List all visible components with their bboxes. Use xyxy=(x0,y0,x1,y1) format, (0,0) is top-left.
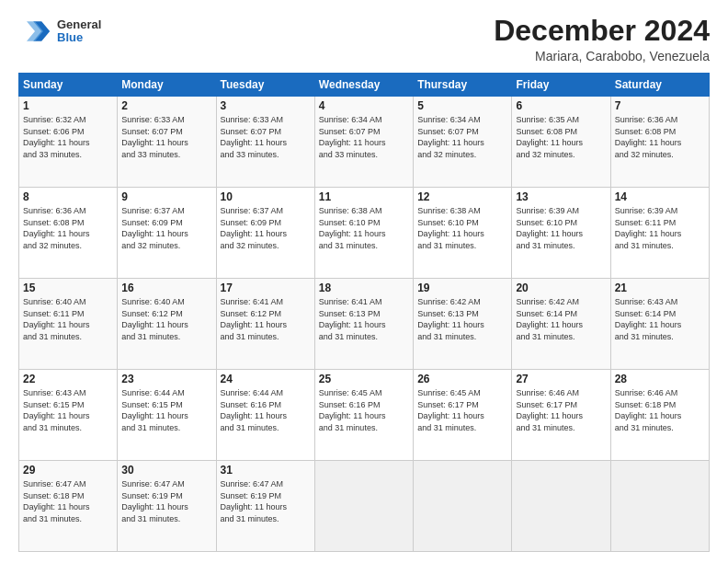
day-cell: 28Sunrise: 6:46 AM Sunset: 6:18 PM Dayli… xyxy=(610,370,709,461)
logo-blue: Blue xyxy=(57,31,101,44)
day-number: 25 xyxy=(319,373,409,385)
day-number: 22 xyxy=(23,373,113,385)
logo-icon xyxy=(18,15,51,48)
col-header-friday: Friday xyxy=(512,74,610,97)
day-info: Sunrise: 6:43 AM Sunset: 6:15 PM Dayligh… xyxy=(23,387,113,433)
day-number: 15 xyxy=(23,282,113,294)
day-cell: 24Sunrise: 6:44 AM Sunset: 6:16 PM Dayli… xyxy=(216,370,314,461)
day-number: 28 xyxy=(615,373,705,385)
week-row-1: 1Sunrise: 6:32 AM Sunset: 6:06 PM Daylig… xyxy=(19,97,710,188)
col-header-monday: Monday xyxy=(118,74,216,97)
day-number: 3 xyxy=(221,99,311,112)
day-info: Sunrise: 6:39 AM Sunset: 6:10 PM Dayligh… xyxy=(516,205,606,251)
day-cell: 27Sunrise: 6:46 AM Sunset: 6:17 PM Dayli… xyxy=(512,370,610,461)
day-number: 13 xyxy=(516,190,606,203)
day-number: 31 xyxy=(221,464,311,477)
day-info: Sunrise: 6:43 AM Sunset: 6:14 PM Dayligh… xyxy=(615,296,705,342)
day-cell: 30Sunrise: 6:47 AM Sunset: 6:19 PM Dayli… xyxy=(118,461,216,552)
day-info: Sunrise: 6:45 AM Sunset: 6:16 PM Dayligh… xyxy=(319,387,409,433)
day-cell: 25Sunrise: 6:45 AM Sunset: 6:16 PM Dayli… xyxy=(314,370,413,461)
day-number: 23 xyxy=(121,373,211,385)
day-number: 17 xyxy=(221,282,311,294)
day-info: Sunrise: 6:36 AM Sunset: 6:08 PM Dayligh… xyxy=(615,114,705,160)
day-info: Sunrise: 6:47 AM Sunset: 6:19 PM Dayligh… xyxy=(221,478,311,524)
day-number: 1 xyxy=(23,99,113,112)
day-number: 30 xyxy=(121,464,211,477)
day-number: 11 xyxy=(319,190,409,203)
day-number: 26 xyxy=(417,373,507,385)
day-number: 16 xyxy=(121,282,211,294)
day-cell: 19Sunrise: 6:42 AM Sunset: 6:13 PM Dayli… xyxy=(414,279,512,370)
calendar-header: SundayMondayTuesdayWednesdayThursdayFrid… xyxy=(19,74,710,97)
day-info: Sunrise: 6:34 AM Sunset: 6:07 PM Dayligh… xyxy=(417,114,507,160)
col-header-wednesday: Wednesday xyxy=(314,74,413,97)
col-header-saturday: Saturday xyxy=(610,74,709,97)
day-number: 24 xyxy=(221,373,311,385)
day-number: 12 xyxy=(417,190,507,203)
month-title: December 2024 xyxy=(494,15,710,47)
day-info: Sunrise: 6:46 AM Sunset: 6:17 PM Dayligh… xyxy=(516,387,606,433)
day-cell xyxy=(610,461,709,552)
day-info: Sunrise: 6:41 AM Sunset: 6:12 PM Dayligh… xyxy=(221,296,311,342)
calendar-body: 1Sunrise: 6:32 AM Sunset: 6:06 PM Daylig… xyxy=(19,97,710,552)
day-info: Sunrise: 6:34 AM Sunset: 6:07 PM Dayligh… xyxy=(319,114,409,160)
day-number: 19 xyxy=(417,282,507,294)
day-info: Sunrise: 6:35 AM Sunset: 6:08 PM Dayligh… xyxy=(516,114,606,160)
day-cell: 18Sunrise: 6:41 AM Sunset: 6:13 PM Dayli… xyxy=(314,279,413,370)
day-number: 7 xyxy=(615,99,705,112)
day-number: 29 xyxy=(23,464,113,477)
day-cell xyxy=(314,461,413,552)
day-cell: 29Sunrise: 6:47 AM Sunset: 6:18 PM Dayli… xyxy=(19,461,118,552)
day-cell: 6Sunrise: 6:35 AM Sunset: 6:08 PM Daylig… xyxy=(512,97,610,188)
week-row-3: 15Sunrise: 6:40 AM Sunset: 6:11 PM Dayli… xyxy=(19,279,710,370)
day-cell: 13Sunrise: 6:39 AM Sunset: 6:10 PM Dayli… xyxy=(512,188,610,279)
day-info: Sunrise: 6:37 AM Sunset: 6:09 PM Dayligh… xyxy=(121,205,211,251)
day-cell: 1Sunrise: 6:32 AM Sunset: 6:06 PM Daylig… xyxy=(19,97,118,188)
col-header-sunday: Sunday xyxy=(19,74,118,97)
day-info: Sunrise: 6:36 AM Sunset: 6:08 PM Dayligh… xyxy=(23,205,113,251)
day-cell: 12Sunrise: 6:38 AM Sunset: 6:10 PM Dayli… xyxy=(414,188,512,279)
day-info: Sunrise: 6:44 AM Sunset: 6:15 PM Dayligh… xyxy=(121,387,211,433)
day-info: Sunrise: 6:47 AM Sunset: 6:19 PM Dayligh… xyxy=(121,478,211,524)
day-info: Sunrise: 6:33 AM Sunset: 6:07 PM Dayligh… xyxy=(121,114,211,160)
day-number: 5 xyxy=(417,99,507,112)
day-info: Sunrise: 6:40 AM Sunset: 6:11 PM Dayligh… xyxy=(23,296,113,342)
day-cell: 7Sunrise: 6:36 AM Sunset: 6:08 PM Daylig… xyxy=(610,97,709,188)
day-cell: 8Sunrise: 6:36 AM Sunset: 6:08 PM Daylig… xyxy=(19,188,118,279)
day-cell: 2Sunrise: 6:33 AM Sunset: 6:07 PM Daylig… xyxy=(118,97,216,188)
logo-text: General Blue xyxy=(57,18,101,45)
day-info: Sunrise: 6:42 AM Sunset: 6:13 PM Dayligh… xyxy=(417,296,507,342)
day-info: Sunrise: 6:38 AM Sunset: 6:10 PM Dayligh… xyxy=(319,205,409,251)
day-info: Sunrise: 6:38 AM Sunset: 6:10 PM Dayligh… xyxy=(417,205,507,251)
col-header-thursday: Thursday xyxy=(414,74,512,97)
calendar-table: SundayMondayTuesdayWednesdayThursdayFrid… xyxy=(18,73,710,552)
page: General Blue December 2024 Mariara, Cara… xyxy=(0,0,728,563)
day-cell: 3Sunrise: 6:33 AM Sunset: 6:07 PM Daylig… xyxy=(216,97,314,188)
day-number: 2 xyxy=(121,99,211,112)
day-cell: 20Sunrise: 6:42 AM Sunset: 6:14 PM Dayli… xyxy=(512,279,610,370)
logo: General Blue xyxy=(18,15,101,48)
day-cell: 4Sunrise: 6:34 AM Sunset: 6:07 PM Daylig… xyxy=(314,97,413,188)
day-number: 14 xyxy=(615,190,705,203)
day-cell: 26Sunrise: 6:45 AM Sunset: 6:17 PM Dayli… xyxy=(414,370,512,461)
header: General Blue December 2024 Mariara, Cara… xyxy=(18,15,710,63)
day-number: 9 xyxy=(121,190,211,203)
title-area: December 2024 Mariara, Carabobo, Venezue… xyxy=(494,15,710,63)
day-number: 6 xyxy=(516,99,606,112)
week-row-2: 8Sunrise: 6:36 AM Sunset: 6:08 PM Daylig… xyxy=(19,188,710,279)
day-cell: 22Sunrise: 6:43 AM Sunset: 6:15 PM Dayli… xyxy=(19,370,118,461)
day-number: 8 xyxy=(23,190,113,203)
day-cell: 15Sunrise: 6:40 AM Sunset: 6:11 PM Dayli… xyxy=(19,279,118,370)
day-cell: 10Sunrise: 6:37 AM Sunset: 6:09 PM Dayli… xyxy=(216,188,314,279)
day-info: Sunrise: 6:44 AM Sunset: 6:16 PM Dayligh… xyxy=(221,387,311,433)
day-info: Sunrise: 6:40 AM Sunset: 6:12 PM Dayligh… xyxy=(121,296,211,342)
day-info: Sunrise: 6:46 AM Sunset: 6:18 PM Dayligh… xyxy=(615,387,705,433)
day-info: Sunrise: 6:32 AM Sunset: 6:06 PM Dayligh… xyxy=(23,114,113,160)
day-number: 20 xyxy=(516,282,606,294)
day-cell xyxy=(512,461,610,552)
day-info: Sunrise: 6:37 AM Sunset: 6:09 PM Dayligh… xyxy=(221,205,311,251)
day-info: Sunrise: 6:45 AM Sunset: 6:17 PM Dayligh… xyxy=(417,387,507,433)
day-number: 10 xyxy=(221,190,311,203)
week-row-5: 29Sunrise: 6:47 AM Sunset: 6:18 PM Dayli… xyxy=(19,461,710,552)
day-number: 21 xyxy=(615,282,705,294)
